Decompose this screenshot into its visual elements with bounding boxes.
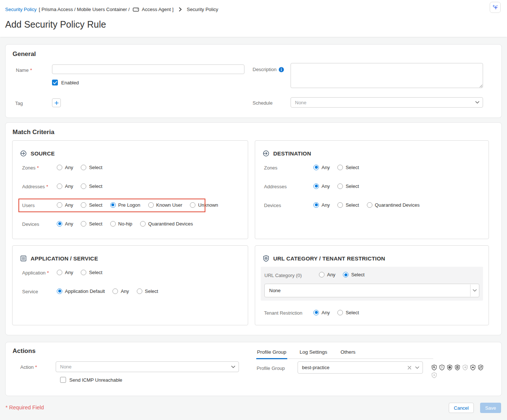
radio-circle[interactable] (57, 183, 62, 189)
save-button[interactable]: Save (480, 403, 501, 413)
name-input[interactable] (52, 64, 244, 74)
radio-quarantined-devices[interactable]: Quarantined Devices (367, 202, 420, 208)
clear-icon[interactable] (407, 365, 411, 370)
radio-label: Select (89, 165, 102, 170)
radio-no-hip[interactable]: No-hip (110, 221, 132, 227)
tab-log-settings[interactable]: Log Settings (299, 348, 328, 358)
radio-select[interactable]: Select (81, 183, 102, 189)
radio-circle[interactable] (112, 288, 118, 294)
shield-ai-icon[interactable] (431, 372, 437, 378)
shield-globe-icon[interactable] (447, 364, 453, 371)
radio-select[interactable]: Select (81, 165, 102, 170)
radio-label: Quarantined Devices (375, 202, 420, 208)
radio-any[interactable]: Any (313, 310, 330, 315)
radio-circle[interactable] (337, 165, 343, 170)
radio-circle[interactable] (57, 221, 62, 227)
info-icon[interactable] (279, 67, 284, 72)
radio-select[interactable]: Select (337, 310, 359, 315)
radio-circle[interactable] (137, 288, 142, 294)
top-bar: Security Policy [ Prisma Access / Mobile… (0, 0, 507, 37)
radio-circle[interactable] (190, 202, 195, 208)
radio-any[interactable]: Any (319, 272, 335, 277)
radio-circle[interactable] (57, 270, 62, 275)
schedule-select[interactable]: None (291, 97, 483, 108)
source-panel-title: SOURCE (31, 150, 55, 157)
shield-search-icon[interactable] (431, 364, 437, 371)
radio-application-default[interactable]: Application Default (57, 288, 105, 294)
radio-circle[interactable] (337, 202, 343, 208)
radio-unknown[interactable]: Unknown (190, 202, 218, 208)
radio-circle[interactable] (367, 202, 372, 208)
action-select[interactable]: None (56, 361, 239, 372)
radio-select[interactable]: Select (337, 202, 359, 208)
radio-circle[interactable] (57, 165, 62, 170)
shield-wildfire-icon[interactable] (478, 364, 484, 371)
radio-circle[interactable] (337, 183, 343, 189)
radio-quarantined-devices[interactable]: Quarantined Devices (140, 221, 193, 227)
radio-select[interactable]: Select (343, 272, 364, 277)
radio-circle[interactable] (81, 270, 86, 275)
radio-circle[interactable] (140, 221, 146, 227)
radio-pre-logon[interactable]: Pre Logon (110, 202, 140, 208)
schedule-select-value: None (295, 100, 306, 105)
schedule-label: Schedule (253, 100, 272, 106)
radio-select[interactable]: Select (337, 165, 359, 170)
radio-known-user[interactable]: Known User (148, 202, 183, 208)
radio-circle[interactable] (81, 221, 86, 227)
icmp-checkbox[interactable] (60, 377, 66, 383)
radio-label: Any (65, 270, 73, 275)
match-criteria-title: Match Criteria (13, 129, 54, 136)
radio-circle[interactable] (57, 202, 62, 208)
shield-spyware-icon[interactable] (439, 364, 445, 371)
radio-circle[interactable] (313, 202, 319, 208)
radio-any[interactable]: Any (57, 202, 73, 208)
radio-any[interactable]: Any (57, 183, 73, 189)
icmp-checkbox-row[interactable]: Send ICMP Unreachable (60, 377, 122, 383)
radio-circle[interactable] (148, 202, 154, 208)
radio-circle[interactable] (57, 288, 62, 294)
source-addresses-row: Addresses* AnySelect (13, 177, 248, 196)
radio-any[interactable]: Any (313, 183, 330, 189)
globe-arrow-icon (20, 150, 27, 157)
tab-profile-group[interactable]: Profile Group (256, 348, 287, 359)
add-tag-button[interactable] (52, 98, 61, 107)
radio-circle[interactable] (313, 183, 319, 189)
radio-any[interactable]: Any (112, 288, 129, 294)
radio-circle[interactable] (343, 272, 348, 277)
shield-file-icon[interactable] (454, 364, 461, 371)
shield-data-filtering-icon[interactable] (462, 364, 468, 371)
radio-circle[interactable] (81, 165, 86, 170)
radio-any[interactable]: Any (313, 165, 330, 170)
shield-bug-icon[interactable] (470, 364, 476, 371)
radio-circle[interactable] (337, 310, 343, 315)
radio-circle[interactable] (319, 272, 324, 277)
radio-circle[interactable] (313, 310, 319, 315)
radio-circle[interactable] (313, 165, 319, 170)
chevron-down-icon (415, 366, 419, 369)
radio-select[interactable]: Select (81, 202, 102, 208)
tab-others[interactable]: Others (340, 348, 357, 358)
radio-circle[interactable] (110, 221, 116, 227)
radio-circle[interactable] (81, 202, 86, 208)
radio-any[interactable]: Any (57, 221, 73, 227)
radio-label: Any (65, 221, 73, 227)
enabled-checkbox[interactable] (52, 80, 58, 85)
radio-any[interactable]: Any (57, 165, 73, 170)
cancel-button[interactable]: Cancel (449, 403, 474, 413)
radio-select[interactable]: Select (81, 270, 102, 275)
enabled-checkbox-row[interactable]: Enabled (52, 80, 79, 85)
radio-any[interactable]: Any (313, 202, 330, 208)
radio-label: Any (65, 202, 73, 208)
breadcrumb-security-policy-link[interactable]: Security Policy (5, 7, 37, 12)
url-category-select[interactable]: None (264, 284, 479, 297)
radio-any[interactable]: Any (57, 270, 73, 275)
shield-globe-icon (263, 255, 270, 262)
ai-copilot-button[interactable] (490, 2, 501, 13)
radio-circle[interactable] (81, 183, 86, 189)
radio-select[interactable]: Select (337, 183, 359, 189)
profile-group-select[interactable]: best-practice (298, 361, 423, 374)
radio-select[interactable]: Select (81, 221, 102, 227)
radio-select[interactable]: Select (137, 288, 158, 294)
radio-circle[interactable] (110, 202, 116, 208)
description-textarea[interactable] (291, 63, 483, 88)
